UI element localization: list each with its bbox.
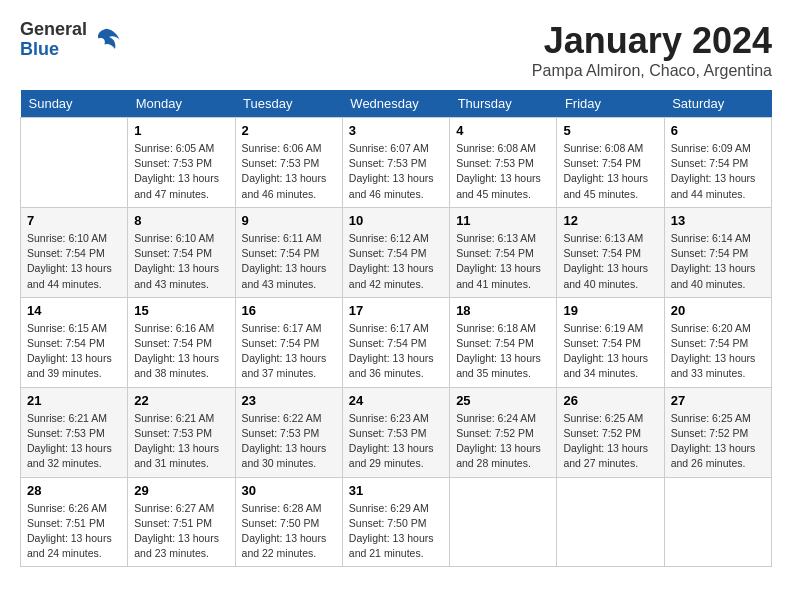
day-number: 3 <box>349 123 443 138</box>
day-info: Sunrise: 6:18 AMSunset: 7:54 PMDaylight:… <box>456 321 550 382</box>
day-number: 12 <box>563 213 657 228</box>
day-info: Sunrise: 6:06 AMSunset: 7:53 PMDaylight:… <box>242 141 336 202</box>
calendar-cell <box>450 477 557 567</box>
day-number: 6 <box>671 123 765 138</box>
day-info: Sunrise: 6:17 AMSunset: 7:54 PMDaylight:… <box>242 321 336 382</box>
day-header: Monday <box>128 90 235 118</box>
calendar-cell <box>21 118 128 208</box>
day-info: Sunrise: 6:29 AMSunset: 7:50 PMDaylight:… <box>349 501 443 562</box>
day-number: 14 <box>27 303 121 318</box>
calendar-cell: 23Sunrise: 6:22 AMSunset: 7:53 PMDayligh… <box>235 387 342 477</box>
day-info: Sunrise: 6:17 AMSunset: 7:54 PMDaylight:… <box>349 321 443 382</box>
calendar-cell: 6Sunrise: 6:09 AMSunset: 7:54 PMDaylight… <box>664 118 771 208</box>
day-number: 24 <box>349 393 443 408</box>
calendar-cell: 16Sunrise: 6:17 AMSunset: 7:54 PMDayligh… <box>235 297 342 387</box>
day-info: Sunrise: 6:11 AMSunset: 7:54 PMDaylight:… <box>242 231 336 292</box>
page-header: General Blue January 2024 Pampa Almiron,… <box>20 20 772 80</box>
calendar-cell: 11Sunrise: 6:13 AMSunset: 7:54 PMDayligh… <box>450 207 557 297</box>
day-info: Sunrise: 6:05 AMSunset: 7:53 PMDaylight:… <box>134 141 228 202</box>
day-header: Tuesday <box>235 90 342 118</box>
calendar-week-row: 1Sunrise: 6:05 AMSunset: 7:53 PMDaylight… <box>21 118 772 208</box>
day-number: 8 <box>134 213 228 228</box>
calendar-cell: 30Sunrise: 6:28 AMSunset: 7:50 PMDayligh… <box>235 477 342 567</box>
title-block: January 2024 Pampa Almiron, Chaco, Argen… <box>532 20 772 80</box>
calendar-cell: 24Sunrise: 6:23 AMSunset: 7:53 PMDayligh… <box>342 387 449 477</box>
day-number: 2 <box>242 123 336 138</box>
day-number: 28 <box>27 483 121 498</box>
day-header: Saturday <box>664 90 771 118</box>
day-info: Sunrise: 6:15 AMSunset: 7:54 PMDaylight:… <box>27 321 121 382</box>
day-info: Sunrise: 6:28 AMSunset: 7:50 PMDaylight:… <box>242 501 336 562</box>
day-info: Sunrise: 6:20 AMSunset: 7:54 PMDaylight:… <box>671 321 765 382</box>
subtitle: Pampa Almiron, Chaco, Argentina <box>532 62 772 80</box>
day-info: Sunrise: 6:24 AMSunset: 7:52 PMDaylight:… <box>456 411 550 472</box>
day-info: Sunrise: 6:16 AMSunset: 7:54 PMDaylight:… <box>134 321 228 382</box>
day-number: 21 <box>27 393 121 408</box>
calendar-week-row: 14Sunrise: 6:15 AMSunset: 7:54 PMDayligh… <box>21 297 772 387</box>
day-header: Wednesday <box>342 90 449 118</box>
calendar-cell <box>557 477 664 567</box>
day-number: 25 <box>456 393 550 408</box>
day-info: Sunrise: 6:26 AMSunset: 7:51 PMDaylight:… <box>27 501 121 562</box>
day-number: 31 <box>349 483 443 498</box>
calendar-cell: 26Sunrise: 6:25 AMSunset: 7:52 PMDayligh… <box>557 387 664 477</box>
main-title: January 2024 <box>532 20 772 62</box>
calendar-cell: 8Sunrise: 6:10 AMSunset: 7:54 PMDaylight… <box>128 207 235 297</box>
calendar-week-row: 28Sunrise: 6:26 AMSunset: 7:51 PMDayligh… <box>21 477 772 567</box>
day-number: 17 <box>349 303 443 318</box>
day-header: Thursday <box>450 90 557 118</box>
calendar-week-row: 7Sunrise: 6:10 AMSunset: 7:54 PMDaylight… <box>21 207 772 297</box>
day-number: 16 <box>242 303 336 318</box>
header-row: SundayMondayTuesdayWednesdayThursdayFrid… <box>21 90 772 118</box>
logo: General Blue <box>20 20 121 60</box>
day-info: Sunrise: 6:08 AMSunset: 7:54 PMDaylight:… <box>563 141 657 202</box>
logo-blue: Blue <box>20 40 87 60</box>
calendar-cell: 7Sunrise: 6:10 AMSunset: 7:54 PMDaylight… <box>21 207 128 297</box>
day-number: 29 <box>134 483 228 498</box>
calendar-cell: 20Sunrise: 6:20 AMSunset: 7:54 PMDayligh… <box>664 297 771 387</box>
calendar-cell: 2Sunrise: 6:06 AMSunset: 7:53 PMDaylight… <box>235 118 342 208</box>
day-number: 19 <box>563 303 657 318</box>
calendar-cell: 29Sunrise: 6:27 AMSunset: 7:51 PMDayligh… <box>128 477 235 567</box>
day-number: 9 <box>242 213 336 228</box>
calendar-cell: 13Sunrise: 6:14 AMSunset: 7:54 PMDayligh… <box>664 207 771 297</box>
calendar-cell: 31Sunrise: 6:29 AMSunset: 7:50 PMDayligh… <box>342 477 449 567</box>
logo-text: General Blue <box>20 20 87 60</box>
day-number: 11 <box>456 213 550 228</box>
calendar-cell: 10Sunrise: 6:12 AMSunset: 7:54 PMDayligh… <box>342 207 449 297</box>
day-info: Sunrise: 6:25 AMSunset: 7:52 PMDaylight:… <box>563 411 657 472</box>
day-info: Sunrise: 6:09 AMSunset: 7:54 PMDaylight:… <box>671 141 765 202</box>
day-number: 10 <box>349 213 443 228</box>
logo-general: General <box>20 20 87 40</box>
day-number: 15 <box>134 303 228 318</box>
day-number: 5 <box>563 123 657 138</box>
day-number: 20 <box>671 303 765 318</box>
day-info: Sunrise: 6:13 AMSunset: 7:54 PMDaylight:… <box>456 231 550 292</box>
day-info: Sunrise: 6:23 AMSunset: 7:53 PMDaylight:… <box>349 411 443 472</box>
day-number: 23 <box>242 393 336 408</box>
day-number: 30 <box>242 483 336 498</box>
calendar-table: SundayMondayTuesdayWednesdayThursdayFrid… <box>20 90 772 567</box>
day-info: Sunrise: 6:12 AMSunset: 7:54 PMDaylight:… <box>349 231 443 292</box>
day-info: Sunrise: 6:10 AMSunset: 7:54 PMDaylight:… <box>27 231 121 292</box>
day-number: 27 <box>671 393 765 408</box>
calendar-cell: 17Sunrise: 6:17 AMSunset: 7:54 PMDayligh… <box>342 297 449 387</box>
calendar-cell: 3Sunrise: 6:07 AMSunset: 7:53 PMDaylight… <box>342 118 449 208</box>
day-info: Sunrise: 6:08 AMSunset: 7:53 PMDaylight:… <box>456 141 550 202</box>
calendar-cell: 9Sunrise: 6:11 AMSunset: 7:54 PMDaylight… <box>235 207 342 297</box>
calendar-cell: 25Sunrise: 6:24 AMSunset: 7:52 PMDayligh… <box>450 387 557 477</box>
day-number: 18 <box>456 303 550 318</box>
day-info: Sunrise: 6:21 AMSunset: 7:53 PMDaylight:… <box>134 411 228 472</box>
calendar-cell: 21Sunrise: 6:21 AMSunset: 7:53 PMDayligh… <box>21 387 128 477</box>
logo-bird-icon <box>91 25 121 55</box>
day-info: Sunrise: 6:13 AMSunset: 7:54 PMDaylight:… <box>563 231 657 292</box>
day-info: Sunrise: 6:07 AMSunset: 7:53 PMDaylight:… <box>349 141 443 202</box>
calendar-cell: 4Sunrise: 6:08 AMSunset: 7:53 PMDaylight… <box>450 118 557 208</box>
calendar-cell: 28Sunrise: 6:26 AMSunset: 7:51 PMDayligh… <box>21 477 128 567</box>
calendar-cell: 22Sunrise: 6:21 AMSunset: 7:53 PMDayligh… <box>128 387 235 477</box>
day-number: 26 <box>563 393 657 408</box>
calendar-cell: 14Sunrise: 6:15 AMSunset: 7:54 PMDayligh… <box>21 297 128 387</box>
day-number: 4 <box>456 123 550 138</box>
day-number: 7 <box>27 213 121 228</box>
calendar-cell: 18Sunrise: 6:18 AMSunset: 7:54 PMDayligh… <box>450 297 557 387</box>
